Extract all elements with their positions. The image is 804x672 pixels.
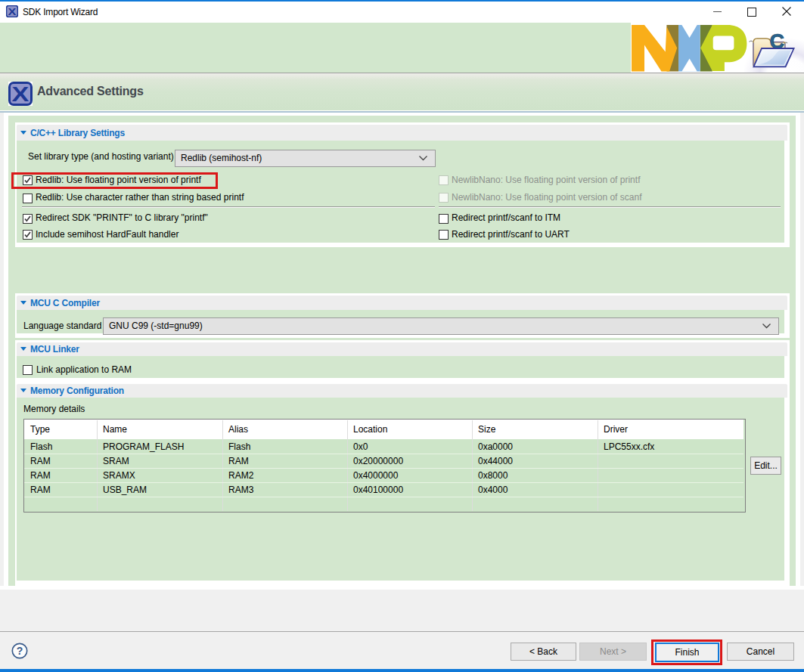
svg-text:X: X <box>8 6 17 17</box>
svg-text:X: X <box>12 82 29 106</box>
svg-text:?: ? <box>17 645 23 657</box>
